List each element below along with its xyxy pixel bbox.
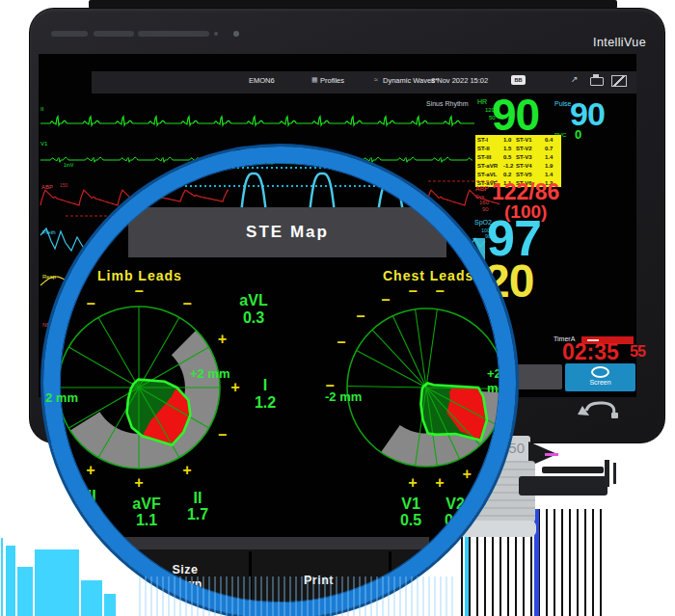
svg-text:−: −: [409, 282, 418, 300]
svg-text:−: −: [87, 295, 95, 312]
chest-threshold-plus: +2 mm: [487, 366, 516, 395]
svg-text:−: −: [435, 282, 444, 300]
lead-value-iii: 0.6: [70, 505, 109, 521]
svg-text:−: −: [356, 308, 364, 325]
cal-label: 1mV: [64, 162, 73, 168]
chest-leads-title: Chest Leads: [383, 268, 473, 283]
svg-text:+: +: [435, 474, 444, 492]
svg-text:−: −: [134, 282, 143, 300]
scene: IntelliVue EMON6 ▦ Profiles ≈ Dynamic Wa…: [0, 0, 675, 616]
key-divider: [389, 551, 392, 616]
mount-pin: [605, 460, 609, 487]
ste-map-titlebar[interactable]: STE Map: [128, 207, 446, 257]
bezel-label-bar: [138, 31, 209, 37]
artifact-cyan: [17, 567, 33, 616]
svg-text:+: +: [51, 331, 60, 348]
svg-text:+: +: [463, 466, 472, 483]
lead-value-avf: 1.1: [125, 513, 168, 528]
bezel-label-bar: [51, 31, 88, 37]
svg-text:−: −: [337, 334, 345, 351]
abp-scale: 150: [60, 182, 68, 188]
svg-text:+: +: [134, 474, 143, 492]
lead-value-v1: 0.5: [392, 513, 430, 528]
lead-value-i: 1.2: [246, 395, 284, 411]
lead-value-ii: 1.7: [178, 507, 217, 522]
ste-map-footer-strip: [96, 537, 429, 549]
ste-map-title: STE Map: [128, 207, 446, 257]
artifact-cyan: [6, 546, 15, 616]
key-divider: [249, 551, 252, 616]
wave-label-resp[interactable]: Resp: [42, 274, 56, 281]
mount-label: 50: [508, 440, 525, 456]
lead-label-ii: II: [178, 491, 217, 506]
brand-logo: IntelliVue: [565, 36, 646, 49]
print-button[interactable]: Print: [273, 574, 364, 587]
mount-pin: [613, 463, 616, 484]
limb-leads-title: Limb Leads: [97, 268, 182, 283]
mount-arm: [542, 467, 604, 473]
lead-label-v1: V1: [392, 496, 430, 512]
svg-text:+: +: [218, 331, 227, 348]
svg-text:+: +: [87, 462, 95, 479]
limb-threshold-plus: +2 mm: [190, 366, 230, 381]
gesture-icon: [575, 393, 625, 426]
wave-label-pleth[interactable]: Pleth: [42, 229, 56, 236]
mount-handle[interactable]: [519, 476, 608, 495]
lead-label-v2: V2: [436, 496, 474, 512]
limb-threshold-minus: 2 mm: [45, 390, 78, 405]
lead-value-avl: 0.3: [234, 310, 273, 326]
lead-label-avl: aVL: [234, 293, 273, 308]
lead-label-avf: aVF: [125, 496, 168, 512]
artifact-cyan: [104, 594, 116, 616]
svg-text:+: +: [409, 474, 418, 492]
magnifier-content: ++++++−−−−++++++−−−−−− STE Map Limb Lead…: [43, 147, 516, 616]
artifact-magenta: [545, 453, 558, 456]
wave-label-abp[interactable]: ABP: [41, 184, 53, 191]
svg-text:+: +: [230, 379, 239, 396]
artifact-cyan: [81, 580, 102, 616]
key-divider: [122, 551, 125, 616]
wave-label-ecg2[interactable]: V1: [40, 141, 47, 147]
svg-text:+: +: [182, 462, 191, 479]
lead-label-iii: III: [70, 489, 109, 504]
svg-text:−: −: [182, 295, 191, 312]
wave-label-ecg1[interactable]: II: [40, 106, 43, 113]
chest-threshold-minus: -2 mm: [325, 389, 362, 404]
svg-text:−: −: [381, 291, 390, 308]
rhythm-label: Sinus Rhythm: [426, 100, 469, 108]
lead-label-i: I: [246, 378, 284, 393]
svg-text:+: +: [488, 449, 497, 467]
size-down-button-line2[interactable]: Down: [142, 577, 229, 591]
artifact-cyan: [35, 549, 79, 616]
bezel-label-bar: [94, 31, 134, 37]
ambient-sensor-dot: [214, 32, 218, 36]
camera-dot: [233, 31, 239, 37]
svg-text:−: −: [218, 426, 227, 443]
size-down-button[interactable]: Size: [142, 563, 229, 576]
radar-chart: ++++++−−−−: [51, 282, 240, 493]
artifact-cyan: [1, 538, 3, 616]
